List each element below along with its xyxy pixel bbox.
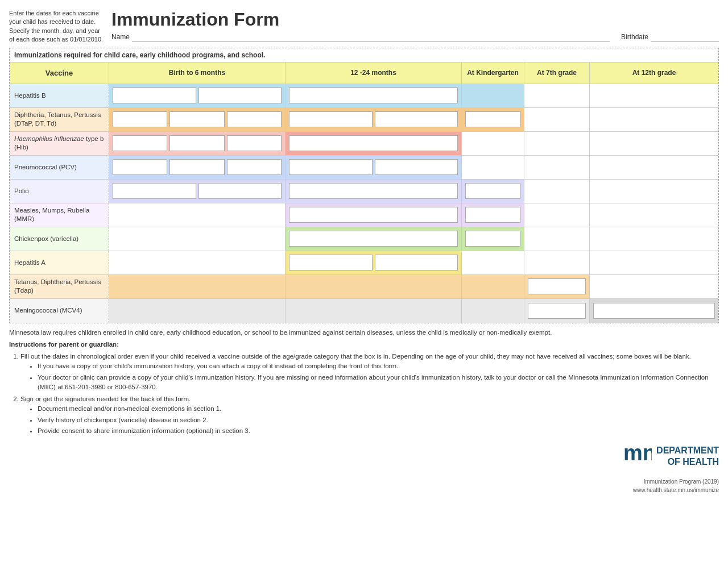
pcv-kinder — [462, 156, 524, 179]
instruction-bullet-2b: Verify history of chickenpox (varicella)… — [38, 415, 719, 425]
dose-input[interactable] — [289, 207, 458, 223]
dose-input[interactable] — [169, 159, 224, 175]
mmr-12th — [590, 203, 718, 227]
dtap-kinder-doses — [464, 110, 522, 130]
hepa-kinder — [462, 251, 524, 274]
mcv4-7th-doses — [526, 301, 588, 321]
dose-input[interactable] — [375, 255, 458, 270]
polio-1224 — [286, 180, 462, 203]
dose-input[interactable] — [289, 183, 458, 199]
vaccine-label-hib: Haemophilus influenzae type b (Hib) — [10, 132, 109, 155]
pcv-birth6-doses — [111, 157, 283, 177]
mcv4-12th — [590, 299, 718, 323]
mmr-birth6 — [109, 203, 286, 227]
dtap-birth6 — [109, 108, 286, 131]
hib-12th — [590, 132, 718, 155]
instruction-subitems-2: Document medical and/or non-medical exem… — [38, 404, 719, 436]
pcv-birth6 — [109, 156, 286, 179]
pcv-12th — [590, 156, 718, 179]
dose-input[interactable] — [375, 111, 458, 127]
tdap-7th — [524, 275, 590, 298]
vaccine-label-mmr: Measles, Mumps, Rubella (MMR) — [10, 203, 109, 227]
dose-input[interactable] — [227, 111, 282, 127]
hepa-birth6 — [109, 251, 286, 274]
dose-input[interactable] — [113, 183, 196, 199]
dtap-1224-doses — [287, 110, 460, 130]
name-field: Name — [111, 32, 610, 41]
mcv4-birth6 — [109, 299, 286, 323]
dose-input[interactable] — [113, 159, 167, 175]
hepa-7th — [524, 251, 590, 274]
vaccine-cells-dtap — [109, 108, 718, 131]
intro-text: Enter the dates for each vaccine your ch… — [9, 9, 106, 44]
tdap-12th — [590, 275, 718, 298]
dose-input[interactable] — [169, 135, 224, 151]
vaccine-label-dtap: Diphtheria, Tetanus, Pertussis (DTaP, DT… — [10, 108, 109, 131]
vaccine-label-hepb: Hepatitis B — [10, 84, 109, 107]
vaccine-row-varicella: Chickenpox (varicella) — [10, 227, 718, 251]
instruction-bullet-1b: Your doctor or clinic can provide a copy… — [38, 373, 719, 393]
mn-logo-mark: mn — [623, 440, 652, 472]
varicella-kinder — [462, 227, 524, 251]
polio-7th — [524, 180, 590, 203]
dose-input[interactable] — [113, 135, 167, 151]
instruction-item-1: Fill out the dates in chronological orde… — [20, 352, 719, 392]
instructions-list: Fill out the dates in chronological orde… — [20, 352, 719, 436]
dose-input[interactable] — [593, 303, 715, 319]
mcv4-7th — [524, 299, 590, 323]
dose-input[interactable] — [375, 159, 458, 175]
page-wrapper: Enter the dates for each vaccine your ch… — [9, 9, 719, 494]
birthdate-input-line[interactable] — [651, 32, 719, 41]
pcv-1224-doses — [287, 157, 460, 177]
dose-input[interactable] — [198, 183, 282, 199]
polio-12th — [590, 180, 718, 203]
dose-input[interactable] — [169, 111, 224, 127]
law-text: Minnesota law requires children enrolled… — [9, 328, 719, 338]
vaccine-row-hepb: Hepatitis B — [10, 84, 718, 108]
column-headers: Vaccine Birth to 6 months 12 -24 months … — [10, 63, 718, 84]
dose-input[interactable] — [289, 135, 458, 151]
dose-input[interactable] — [289, 231, 458, 247]
dose-input[interactable] — [465, 207, 520, 223]
footer-subtext: Immunization Program (2019) www.health.s… — [633, 477, 719, 494]
hib-1224-doses — [287, 134, 460, 153]
tdap-1224 — [286, 275, 462, 298]
top-section: Enter the dates for each vaccine your ch… — [9, 9, 719, 44]
dose-input[interactable] — [289, 159, 373, 175]
tdap-kinder — [462, 275, 524, 298]
dose-input[interactable] — [528, 303, 586, 319]
instructions-heading: Instructions for parent or guardian: — [9, 340, 719, 349]
pcv-7th — [524, 156, 590, 179]
polio-kinder-doses — [464, 181, 522, 201]
dose-input[interactable] — [198, 88, 282, 103]
dose-input[interactable] — [528, 278, 586, 294]
vaccine-cells-mmr — [109, 203, 718, 227]
footer-row: mn DEPARTMENT OF HEALTH Immunization Pro… — [9, 440, 719, 494]
dose-input[interactable] — [289, 111, 373, 127]
polio-1224-doses — [287, 181, 460, 201]
mmr-7th — [524, 203, 590, 227]
immunization-table: Immunizations required for child care, e… — [9, 48, 719, 323]
hepb-1224 — [286, 84, 462, 107]
dose-input[interactable] — [465, 111, 520, 127]
tdap-birth6 — [109, 275, 286, 298]
dose-input[interactable] — [113, 88, 196, 103]
age-bands: Birth to 6 months 12 -24 months At Kinde… — [109, 63, 718, 84]
name-input-line[interactable] — [132, 32, 610, 41]
dose-input[interactable] — [465, 183, 520, 199]
hepa-1224 — [286, 251, 462, 274]
hepb-birth6-doses — [111, 86, 283, 106]
footer-logo: mn DEPARTMENT OF HEALTH Immunization Pro… — [623, 440, 719, 494]
dose-input[interactable] — [465, 231, 520, 247]
polio-birth6-doses — [111, 181, 283, 201]
dose-input[interactable] — [227, 159, 282, 175]
polio-kinder — [462, 180, 524, 203]
vaccine-row-mcv4: Meningococcal (MCV4) — [10, 299, 718, 323]
form-title: Immunization Form — [111, 9, 719, 30]
dose-input[interactable] — [227, 135, 282, 151]
dose-input[interactable] — [113, 111, 167, 127]
dose-input[interactable] — [289, 255, 373, 270]
instruction-item-2: Sign or get the signatures needed for th… — [20, 394, 719, 436]
vaccine-label-polio: Polio — [10, 180, 109, 203]
dose-input[interactable] — [289, 88, 458, 103]
